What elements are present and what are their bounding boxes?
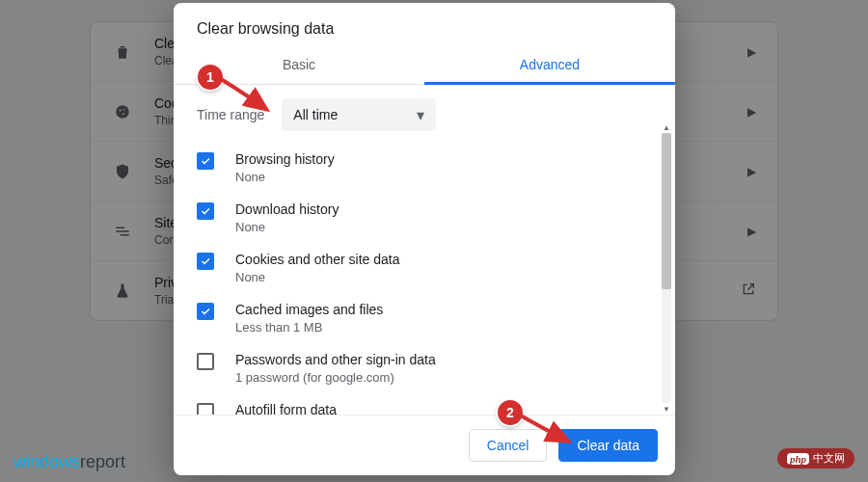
clear-browsing-data-dialog: Clear browsing data Basic Advanced Time … <box>174 3 675 475</box>
scroll-down-icon[interactable]: ▼ <box>662 403 671 415</box>
scrollbar-track[interactable] <box>662 133 671 403</box>
option-cached: Cached images and filesLess than 1 MB <box>197 293 652 343</box>
dialog-footer: Cancel Clear data <box>174 415 675 475</box>
dialog-tabs: Basic Advanced <box>174 45 675 85</box>
checkbox[interactable] <box>197 303 214 320</box>
option-browsing-history: Browsing historyNone <box>197 143 652 193</box>
watermark-php-text: 中文网 <box>813 451 845 466</box>
checkbox[interactable] <box>197 202 214 220</box>
checkbox[interactable] <box>197 253 214 270</box>
scroll-up-icon[interactable]: ▲ <box>662 121 671 133</box>
time-range-select[interactable]: All time ▾ <box>282 98 436 131</box>
checkbox[interactable] <box>197 353 214 370</box>
time-range-value: All time <box>293 107 338 122</box>
option-cookies: Cookies and other site dataNone <box>197 243 652 293</box>
dialog-scroll-area: Time range All time ▾ Browsing historyNo… <box>174 85 675 415</box>
option-label: Passwords and other sign-in data1 passwo… <box>235 352 436 385</box>
dialog-title: Clear browsing data <box>174 3 675 45</box>
option-download-history: Download historyNone <box>197 193 652 243</box>
tab-advanced[interactable]: Advanced <box>424 45 675 84</box>
checkbox[interactable] <box>197 152 214 170</box>
option-label: Cached images and filesLess than 1 MB <box>235 302 383 335</box>
dropdown-arrow-icon: ▾ <box>417 106 424 124</box>
watermark-php: php 中文网 <box>777 448 854 469</box>
tab-basic[interactable]: Basic <box>174 45 424 84</box>
watermark-part-b: report <box>80 452 125 471</box>
checkbox[interactable] <box>197 403 214 415</box>
scrollbar-thumb[interactable] <box>662 133 671 289</box>
option-label: Cookies and other site dataNone <box>235 252 399 284</box>
option-label: Browsing historyNone <box>235 151 335 184</box>
option-label: Download historyNone <box>235 201 339 234</box>
watermark-part-a: windows <box>14 452 80 471</box>
option-label: Autofill form data <box>235 402 337 415</box>
option-passwords: Passwords and other sign-in data1 passwo… <box>197 343 652 393</box>
cancel-button[interactable]: Cancel <box>469 429 548 462</box>
time-range-row: Time range All time ▾ <box>197 98 652 131</box>
watermark-windowsreport: windowsreport <box>14 452 125 472</box>
time-range-label: Time range <box>197 107 264 122</box>
clear-data-button[interactable]: Clear data <box>558 429 658 462</box>
option-autofill: Autofill form data <box>197 393 652 415</box>
dialog-body: Time range All time ▾ Browsing historyNo… <box>174 85 675 415</box>
watermark-php-badge: php <box>787 453 809 465</box>
scrollbar[interactable]: ▲ ▼ <box>662 133 671 403</box>
